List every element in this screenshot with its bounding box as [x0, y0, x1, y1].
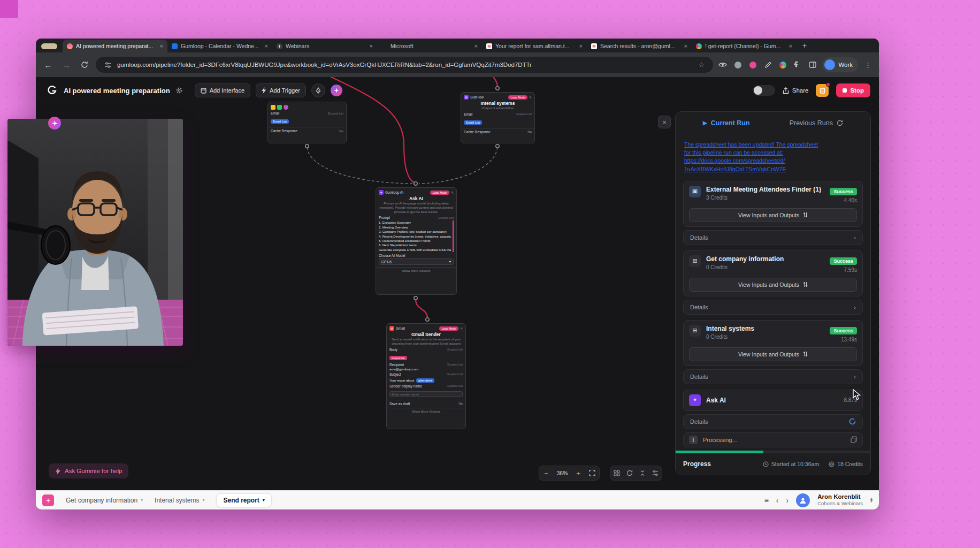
- pipeline-settings-gear-icon[interactable]: [175, 87, 183, 94]
- browser-menu-icon[interactable]: ⋮: [862, 61, 874, 69]
- node-ask-ai[interactable]: ✦ Gumloop AI Loop Mode ✎ Ask AI Prompt a…: [376, 187, 457, 295]
- workspace-switcher-icon[interactable]: ▴▾: [870, 498, 872, 503]
- add-interface-button[interactable]: Add Interface: [195, 83, 250, 97]
- add-trigger-button[interactable]: Add Trigger: [256, 83, 306, 97]
- show-more-options[interactable]: Show More Options: [376, 267, 456, 272]
- back-icon[interactable]: ←: [41, 58, 55, 72]
- expand-list-link[interactable]: Expand List: [328, 112, 343, 115]
- copy-icon[interactable]: [851, 436, 857, 443]
- forward-icon[interactable]: →: [59, 58, 73, 72]
- zoom-out-button[interactable]: −: [539, 466, 553, 480]
- tab-close-icon[interactable]: ×: [684, 43, 687, 49]
- subject-value[interactable]: Your report about attendees: [389, 377, 463, 383]
- side-panel-icon[interactable]: [807, 59, 818, 70]
- extensions-puzzle-icon[interactable]: [792, 59, 803, 70]
- loop-mode-pill[interactable]: Loop Mode: [508, 95, 527, 100]
- browser-tab-microsoft[interactable]: Microsoft ×: [377, 40, 482, 52]
- stop-run-button[interactable]: Stop: [836, 83, 870, 97]
- details-expander[interactable]: Details›: [683, 230, 863, 245]
- tab-close-icon[interactable]: ×: [160, 43, 163, 49]
- edit-node-icon[interactable]: ✎: [529, 95, 532, 99]
- details-expander[interactable]: Details: [683, 414, 863, 429]
- expand-list-link[interactable]: Expand List: [516, 112, 532, 116]
- ask-gummie-button[interactable]: Ask Gummie for help: [49, 463, 128, 478]
- view-inputs-outputs-button[interactable]: View Inputs and Outputs: [689, 278, 857, 292]
- close-panel-icon[interactable]: ×: [658, 116, 671, 128]
- darkreader-eye-icon[interactable]: [717, 59, 728, 70]
- show-more-options[interactable]: Show More Options: [387, 408, 465, 413]
- edit-node-icon[interactable]: ✎: [451, 191, 454, 194]
- tab-close-icon[interactable]: ×: [474, 43, 478, 49]
- bookmark-star-icon[interactable]: ☆: [696, 59, 707, 70]
- expand-list-link[interactable]: Expand List: [447, 372, 463, 376]
- expand-list-link[interactable]: Expand List: [438, 216, 454, 219]
- next-tab-icon[interactable]: ›: [786, 496, 788, 505]
- expand-list-link[interactable]: Expand List: [447, 384, 463, 387]
- expand-list-link[interactable]: Expand List: [447, 348, 463, 351]
- field-value[interactable]: No: [527, 130, 532, 133]
- subject-variable-pill[interactable]: attendees: [416, 378, 434, 383]
- tab-current-run[interactable]: ▶ Current Run: [703, 119, 750, 127]
- node-attendees-finder[interactable]: Email Expand List Email List Cache Respo…: [267, 102, 347, 143]
- sender-name-input[interactable]: [389, 391, 463, 397]
- browser-tab-webinars[interactable]: i Webinars ×: [272, 40, 377, 52]
- node-internal-systems[interactable]: ⊞ SubFlow Loop Mode ✎ Intenal systems Ou…: [461, 92, 535, 143]
- fit-view-icon[interactable]: [585, 466, 599, 480]
- collapse-nodes-icon[interactable]: [636, 466, 649, 480]
- tab-close-icon[interactable]: ×: [579, 43, 583, 49]
- share-button[interactable]: Share: [783, 87, 809, 94]
- zoom-level[interactable]: 36%: [553, 470, 571, 476]
- loop-mode-pill[interactable]: Loop Mode: [430, 191, 449, 195]
- browser-tab-report-email[interactable]: M Your report for sam.altman.t... ×: [482, 40, 587, 52]
- prompt-textarea[interactable]: 1. Executive Summary 2. Meeting Overview…: [379, 220, 454, 252]
- workbook-tab-send-report[interactable]: Send report▾: [216, 493, 271, 507]
- extension-color-icon[interactable]: [777, 59, 788, 70]
- notifications-button[interactable]: [816, 84, 829, 97]
- expand-list-link[interactable]: Expand List: [447, 363, 463, 366]
- body-variable-pill[interactable]: response: [389, 356, 407, 360]
- auto-layout-icon[interactable]: [623, 466, 636, 480]
- tab-close-icon[interactable]: ×: [789, 43, 792, 49]
- email-variable-pill[interactable]: Email List: [271, 119, 289, 124]
- canvas-settings-icon[interactable]: [649, 466, 662, 480]
- new-tab-button[interactable]: +: [799, 40, 810, 51]
- gummie-chat-bubble[interactable]: [48, 117, 61, 130]
- zoom-in-button[interactable]: +: [571, 466, 585, 480]
- edit-pencil-icon[interactable]: [762, 59, 773, 70]
- tab-previous-runs[interactable]: Previous Runs: [790, 119, 843, 127]
- details-expander[interactable]: Details›: [683, 369, 863, 384]
- edit-node-icon[interactable]: ✎: [460, 326, 463, 330]
- add-workbook-tab-button[interactable]: +: [42, 494, 54, 506]
- pen-tool-button[interactable]: [311, 83, 325, 97]
- recipient-value[interactable]: aron@gumloop.com: [389, 368, 463, 371]
- browser-tab-gumloop-pipeline[interactable]: AI powered meeting preparat... ×: [63, 40, 167, 52]
- site-settings-icon[interactable]: [102, 59, 113, 70]
- tab-close-icon[interactable]: ×: [370, 43, 373, 49]
- tab-list-icon[interactable]: ≡: [764, 496, 769, 505]
- browser-profile-button[interactable]: Work: [822, 57, 858, 72]
- view-inputs-outputs-button[interactable]: View Inputs and Outputs: [689, 347, 857, 361]
- prev-tab-icon[interactable]: ‹: [776, 496, 779, 505]
- user-avatar[interactable]: [796, 493, 810, 507]
- email-variable-pill[interactable]: Email List: [464, 120, 482, 125]
- browser-tab-search-results[interactable]: M Search results - aron@guml... ×: [587, 40, 692, 52]
- browser-tab-slack-channel[interactable]: ! get-report (Channel) - Gum... ×: [692, 40, 797, 52]
- node-gmail-sender[interactable]: M Gmail Loop Mode ✎ Gmail Sender Send an…: [386, 323, 466, 429]
- tab-close-icon[interactable]: ×: [265, 43, 268, 49]
- address-bar[interactable]: gumloop.com/pipeline?folder_id=3DFc6xrV8…: [96, 57, 713, 73]
- workbook-tab-get-company-information[interactable]: Get company information▾: [66, 497, 143, 504]
- window-controls[interactable]: [41, 43, 57, 49]
- output-link-text[interactable]: The spreadsheet has been updated! The sp…: [684, 141, 862, 173]
- model-select[interactable]: GPT-5▾: [379, 258, 454, 265]
- gummie-ai-button[interactable]: [331, 85, 342, 96]
- workbook-tab-internal-systems[interactable]: Intenal systems▾: [155, 497, 204, 504]
- user-info[interactable]: Aron Korenblit Cohorts & Webinars: [817, 493, 863, 506]
- extension-gray-icon[interactable]: [732, 59, 743, 70]
- field-value[interactable]: No: [458, 402, 463, 405]
- loop-mode-pill[interactable]: Loop Mode: [439, 326, 458, 331]
- field-value[interactable]: No: [339, 130, 343, 133]
- theme-toggle[interactable]: [753, 85, 775, 96]
- processing-step-row[interactable]: 1 Processing...: [683, 432, 863, 447]
- browser-tab-calendar[interactable]: Gumloop - Calendar - Wedne... ×: [167, 40, 272, 52]
- view-inputs-outputs-button[interactable]: View Inputs and Outputs: [689, 208, 857, 222]
